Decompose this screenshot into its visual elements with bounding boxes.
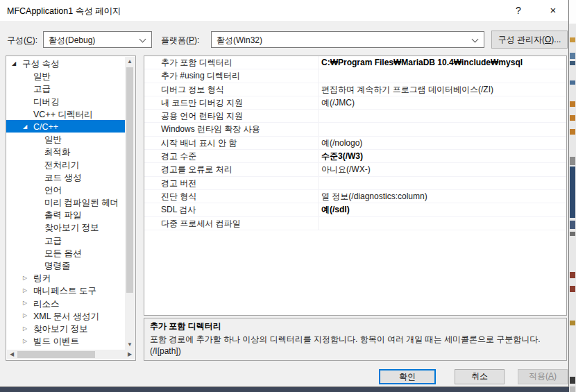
- property-row[interactable]: Windows 런타임 확장 사용: [144, 123, 566, 136]
- property-value[interactable]: 편집하며 계속하기 프로그램 데이터베이스(/ZI): [319, 83, 566, 96]
- property-value[interactable]: 예(/JMC): [319, 96, 566, 109]
- property-value[interactable]: 예(/nologo): [319, 137, 566, 149]
- property-row[interactable]: 다중 프로세서 컴파일: [144, 217, 566, 230]
- tree-item-advanced[interactable]: 고급: [6, 82, 125, 94]
- tree-item-label: 최적화: [44, 147, 71, 157]
- tree-item-c-cpp-general[interactable]: 일반: [6, 133, 125, 145]
- property-label: 디버그 정보 형식: [144, 83, 319, 96]
- description-switch: (/I[path]): [150, 346, 561, 357]
- tree-collapsed-icon[interactable]: ▷: [23, 272, 33, 284]
- tree-item-manifest-tool[interactable]: ▷매니페스트 도구: [6, 284, 125, 296]
- property-row[interactable]: 추가 #using 디렉터리: [144, 69, 566, 83]
- tree-item-output-files[interactable]: 출력 파일: [6, 208, 125, 221]
- scroll-left-icon[interactable]: ◀: [7, 350, 17, 359]
- help-icon[interactable]: ?: [505, 0, 532, 21]
- tree-item-xml-document-generator[interactable]: ▷XML 문서 생성기: [6, 309, 125, 322]
- property-label: 공용 언어 런타임 지원: [144, 110, 319, 122]
- property-label: 경고 수준: [144, 150, 319, 162]
- property-row[interactable]: 경고를 오류로 처리아니요(/WX-): [144, 163, 566, 176]
- property-value[interactable]: 열 정보(/diagnostics:column): [319, 190, 566, 203]
- ok-button[interactable]: 확인: [379, 369, 436, 384]
- property-row[interactable]: SDL 검사예(/sdl): [144, 203, 566, 216]
- tree-item-c-cpp-advanced[interactable]: 고급: [6, 234, 125, 246]
- tree-item-build-events[interactable]: ▷빌드 이벤트: [6, 334, 125, 347]
- property-value[interactable]: [319, 69, 566, 82]
- tree-collapsed-icon[interactable]: ▷: [23, 284, 33, 297]
- property-label: 경고 버전: [144, 177, 319, 189]
- tree-item-optimization[interactable]: 최적화: [6, 145, 125, 157]
- background-window-strip: [569, 0, 576, 392]
- tree-item-command-line[interactable]: 명령줄: [6, 259, 125, 271]
- titlebar[interactable]: MFCApplication1 속성 페이지 ? ×: [0, 0, 568, 21]
- tree-collapsed-icon[interactable]: ▷: [23, 309, 33, 322]
- property-row[interactable]: 시작 배너 표시 안 함예(/nologo): [144, 137, 566, 150]
- property-row[interactable]: 내 코드만 디버깅 지원예(/JMC): [144, 96, 566, 110]
- configuration-manager-button[interactable]: 구성 관리자(O)...: [491, 31, 568, 49]
- cancel-button[interactable]: 취소: [455, 369, 505, 384]
- property-value[interactable]: 예(/sdl): [319, 203, 566, 216]
- platform-dropdown[interactable]: 활성(Win32): [211, 31, 484, 48]
- tree-item-precompiled-headers[interactable]: 미리 컴파일된 헤더: [6, 196, 125, 208]
- tree-item-c-cpp[interactable]: ◢C/C++: [6, 120, 125, 133]
- background-statusbar-strip: [0, 387, 569, 392]
- tree-item-browse-information[interactable]: 찾아보기 정보: [6, 221, 125, 233]
- description-text: 포함 경로에 추가할 하나 이상의 디렉터리를 지정합니다. 항목이 여러 개일…: [150, 334, 561, 346]
- property-value[interactable]: 수준3(/W3): [319, 150, 566, 162]
- property-value[interactable]: [319, 123, 566, 135]
- property-value[interactable]: [319, 217, 566, 230]
- close-icon[interactable]: ×: [539, 0, 567, 21]
- tree-expanded-icon[interactable]: ◢: [12, 58, 22, 70]
- chevron-down-icon: [139, 36, 146, 43]
- tree-vertical-scrollbar[interactable]: ▲ ▼: [125, 57, 135, 350]
- tree-item-label: 출력 파일: [44, 210, 81, 220]
- property-value[interactable]: C:₩Program Files₩MariaDB 10.4₩include₩my…: [319, 56, 566, 69]
- platform-value: 활성(Win32): [217, 35, 262, 46]
- screen: MFCApplication1 속성 페이지 ? × 구성(C): 활성(Deb…: [0, 0, 576, 392]
- tree-item-resources[interactable]: ▷리소스: [6, 297, 125, 309]
- scroll-up-icon[interactable]: ▲: [125, 57, 135, 67]
- tree-item-label: VC++ 디렉터리: [33, 109, 92, 119]
- tree-collapsed-icon[interactable]: ▷: [23, 335, 33, 348]
- tree-collapsed-icon[interactable]: ▷: [23, 297, 33, 309]
- property-label: 진단 형식: [144, 190, 319, 203]
- property-row[interactable]: 추가 포함 디렉터리C:₩Program Files₩MariaDB 10.4₩…: [144, 56, 566, 69]
- tree-item-debugging[interactable]: 디버깅: [6, 95, 125, 108]
- tree-item-general[interactable]: 일반: [6, 69, 125, 82]
- property-value[interactable]: [319, 110, 566, 122]
- tree-item-label: 언어: [44, 185, 62, 194]
- tree-item-language[interactable]: 언어: [6, 183, 125, 196]
- property-row[interactable]: 경고 버전: [144, 177, 566, 190]
- scrollbar-thumb[interactable]: [126, 67, 133, 293]
- tree-item-label: 빌드 이벤트: [33, 336, 79, 346]
- tree-horizontal-scrollbar[interactable]: ◀ ▶: [7, 350, 135, 359]
- tree-item-code-generation[interactable]: 코드 생성: [6, 171, 125, 183]
- tree-item-all-options[interactable]: 모든 옵션: [6, 246, 125, 259]
- tree-item-label: 찾아보기 정보: [33, 324, 87, 334]
- description-title: 추가 포함 디렉터리: [150, 321, 561, 332]
- tree-item-label: 링커: [33, 273, 51, 283]
- property-label: 다중 프로세서 컴파일: [144, 217, 319, 230]
- tree-item-label: 전처리기: [44, 160, 79, 169]
- property-grid-panel: 추가 포함 디렉터리C:₩Program Files₩MariaDB 10.4₩…: [144, 56, 567, 316]
- tree-item-label: 구성 속성: [22, 59, 59, 69]
- property-value[interactable]: 아니요(/WX-): [319, 163, 566, 176]
- tree-item-configuration-properties[interactable]: ◢구성 속성: [6, 57, 125, 69]
- configuration-dropdown[interactable]: 활성(Debug): [43, 31, 152, 48]
- tree-expanded-icon[interactable]: ◢: [23, 121, 33, 133]
- tree-item-vcpp-directories[interactable]: VC++ 디렉터리: [6, 108, 125, 120]
- tree-item-browse-information-top[interactable]: ▷찾아보기 정보: [6, 322, 125, 334]
- scroll-right-icon[interactable]: ▶: [125, 350, 135, 359]
- property-value[interactable]: [319, 177, 566, 189]
- window-title: MFCApplication1 속성 페이지: [7, 6, 121, 17]
- property-row[interactable]: 디버그 정보 형식편집하며 계속하기 프로그램 데이터베이스(/ZI): [144, 83, 566, 96]
- property-row[interactable]: 경고 수준수준3(/W3): [144, 150, 566, 163]
- property-row[interactable]: 진단 형식열 정보(/diagnostics:column): [144, 190, 566, 203]
- tree-item-linker[interactable]: ▷링커: [6, 271, 125, 284]
- tree-collapsed-icon[interactable]: ▷: [23, 323, 33, 335]
- scroll-down-icon[interactable]: ▼: [125, 340, 135, 350]
- property-pages-dialog: MFCApplication1 속성 페이지 ? × 구성(C): 활성(Deb…: [0, 0, 569, 387]
- tree-item-preprocessor[interactable]: 전처리기: [6, 158, 125, 171]
- property-row[interactable]: 공용 언어 런타임 지원: [144, 110, 566, 123]
- scrollbar-thumb[interactable]: [17, 351, 95, 358]
- property-label: 추가 #using 디렉터리: [144, 69, 319, 82]
